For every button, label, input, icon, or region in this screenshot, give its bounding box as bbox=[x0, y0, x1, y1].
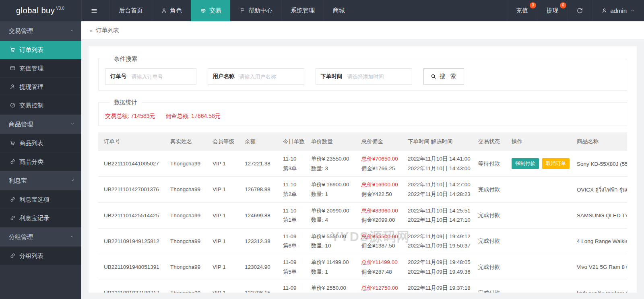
nav-item-4[interactable]: 帮助中心 bbox=[230, 0, 281, 21]
page-title: 订单列表 bbox=[96, 27, 119, 34]
sidebar-item-label: 利息宝选项 bbox=[19, 190, 50, 209]
sidebar-item[interactable]: 分组列表 bbox=[0, 247, 81, 265]
sidebar-group[interactable]: 商品管理 bbox=[0, 115, 81, 134]
stat-item: 交易总额: 714583元 bbox=[105, 113, 155, 119]
cell-vip-level: VIP 1 bbox=[207, 202, 239, 228]
link-icon bbox=[10, 215, 16, 221]
sidebar-item-label: 利息宝记录 bbox=[19, 209, 50, 227]
sidebar-item[interactable]: 利息宝选项 bbox=[0, 190, 81, 209]
cell-total-commission: 总价¥12750.00佣金¥318.75 bbox=[356, 280, 402, 293]
cell-order-no: UB2211101441005027 bbox=[98, 151, 165, 177]
sidebar-group-label: 商品管理 bbox=[9, 121, 33, 128]
field-input[interactable] bbox=[239, 69, 304, 84]
sidebar-item-label: 商品分类 bbox=[19, 153, 43, 171]
stats-line: 交易总额: 714583元佣金总额: 17864.58元 bbox=[105, 113, 620, 120]
user-menu[interactable]: admin bbox=[592, 0, 644, 21]
table-header-cell: 单价数量 bbox=[305, 132, 356, 151]
table-header-cell: 总价佣金 bbox=[356, 132, 402, 151]
search-icon bbox=[430, 73, 437, 80]
recharge-badge: 0 bbox=[530, 2, 536, 8]
sidebar-item[interactable]: 交易控制 bbox=[0, 96, 81, 115]
nav-item-5[interactable]: 系统管理 bbox=[281, 0, 324, 21]
gavel-icon bbox=[10, 84, 16, 90]
cell-vip-level: VIP 1 bbox=[207, 280, 239, 293]
table-header-cell: 真实姓名 bbox=[165, 132, 207, 151]
cell-today-orders: 11-09第5单 bbox=[277, 254, 305, 280]
refresh-button[interactable] bbox=[567, 0, 592, 21]
chevron-down-icon bbox=[70, 121, 75, 126]
card-icon bbox=[10, 65, 16, 71]
cell-actions bbox=[506, 228, 571, 254]
table-row: UB2211101425514425Thongcha99VIP 1124699.… bbox=[98, 202, 627, 228]
sidebar-group[interactable]: 利息宝 bbox=[0, 171, 81, 190]
cell-status: 完成付款 bbox=[473, 228, 506, 254]
sidebar-group[interactable]: 分组管理 bbox=[0, 227, 81, 247]
sidebar-item[interactable]: 充值管理 bbox=[0, 59, 81, 78]
table-row: UB2211091948051391Thongcha99VIP 1123024.… bbox=[98, 254, 627, 280]
sidebar-item[interactable]: 商品列表 bbox=[0, 134, 81, 153]
table-header-row: 订单号真实姓名会员等级余额今日单数单价数量总价佣金下单时间 解冻时间交易状态操作… bbox=[98, 132, 627, 151]
cart-icon bbox=[10, 140, 16, 146]
field-input[interactable] bbox=[347, 69, 412, 84]
cell-actions bbox=[506, 280, 571, 293]
link-icon bbox=[10, 253, 16, 259]
search-button[interactable]: 搜 索 bbox=[423, 68, 464, 85]
nav-item-6[interactable]: 商城 bbox=[324, 0, 354, 21]
field-label: 用户名称 bbox=[208, 73, 239, 80]
nav-item-2[interactable]: 角色 bbox=[152, 0, 191, 21]
refresh-icon bbox=[576, 7, 583, 14]
field-label: 订单号 bbox=[105, 73, 132, 80]
cell-times: 2022年11月10日 14:27:002022年11月10日 14:28:23 bbox=[402, 177, 473, 202]
cell-today-orders: 11-10第3单 bbox=[277, 151, 305, 177]
sidebar-item-label: 分组列表 bbox=[19, 247, 43, 265]
cell-product: 4 Long Range Walkie Ta bbox=[571, 228, 627, 254]
sidebar-item[interactable]: 提现管理 bbox=[0, 78, 81, 96]
cell-balance: 123024.90 bbox=[239, 254, 277, 280]
chevron-down-icon bbox=[70, 177, 75, 183]
cell-times: 2022年11月09日 19:48:052022年11月09日 19:49:36 bbox=[402, 254, 473, 280]
sidebar-group[interactable]: 交易管理 bbox=[0, 21, 81, 41]
cell-times: 2022年11月09日 19:37:182022年11月09日 19:38:45 bbox=[402, 280, 473, 293]
table-header-cell: 今日单数 bbox=[277, 132, 305, 151]
table-header-cell: 订单号 bbox=[98, 132, 165, 151]
cell-vip-level: VIP 1 bbox=[207, 228, 239, 254]
cell-price-qty: 单价¥ 11499.00数量: 1 bbox=[305, 254, 356, 280]
cell-today-orders: 11-10第1单 bbox=[277, 202, 305, 228]
sidebar-group-label: 利息宝 bbox=[9, 177, 27, 184]
nav-item-label: 角色 bbox=[170, 7, 182, 14]
cell-total-commission: 总价¥83960.00佣金¥2099.00 bbox=[356, 202, 402, 228]
sidebar-item[interactable]: 利息宝记录 bbox=[0, 209, 81, 227]
cell-real-name: Thongcha99 bbox=[165, 151, 207, 177]
sidebar-item-label: 充值管理 bbox=[19, 59, 43, 78]
field-label: 下单时间 bbox=[316, 73, 347, 80]
cancel-order-button[interactable]: 取消订单 bbox=[542, 158, 570, 169]
user-icon bbox=[161, 8, 167, 14]
force-pay-button[interactable]: 强制付款 bbox=[512, 158, 539, 169]
cell-real-name: Thongcha99 bbox=[165, 280, 207, 293]
table-header-cell: 操作 bbox=[506, 132, 571, 151]
search-row: 订单号用户名称下单时间 搜 索 bbox=[105, 68, 620, 85]
cell-today-orders: 11-09第6单 bbox=[277, 228, 305, 254]
withdraw-badge: 0 bbox=[560, 2, 566, 8]
sidebar-toggle-button[interactable] bbox=[81, 0, 109, 21]
nav-item-label: 帮助中心 bbox=[248, 7, 272, 14]
cell-total-commission: 总价¥70650.00佣金¥1766.25 bbox=[356, 151, 402, 177]
sidebar-item[interactable]: 商品分类 bbox=[0, 153, 81, 171]
cell-vip-level: VIP 1 bbox=[207, 254, 239, 280]
cell-balance: 126798.88 bbox=[239, 177, 277, 202]
user-name: admin bbox=[610, 7, 627, 14]
search-field-1: 订单号 bbox=[105, 68, 196, 85]
cell-product: Sony KD-55X80J (55 นิ้ว) bbox=[571, 151, 627, 177]
cell-status: 完成付款 bbox=[473, 202, 506, 228]
cell-order-no: UB2211091949125812 bbox=[98, 228, 165, 254]
nav-item-3[interactable]: 交易 bbox=[191, 0, 230, 21]
cell-status: 完成付款 bbox=[473, 177, 506, 202]
cell-order-no: UB2211101425514425 bbox=[98, 202, 165, 228]
withdraw-button[interactable]: 提现 0 bbox=[537, 0, 567, 21]
recharge-button[interactable]: 充值 0 bbox=[507, 0, 537, 21]
sidebar-item[interactable]: 订单列表 bbox=[0, 41, 81, 59]
field-input[interactable] bbox=[132, 69, 196, 84]
stat-item: 佣金总额: 17864.58元 bbox=[166, 113, 221, 119]
nav-item-1[interactable]: 后台首页 bbox=[109, 0, 152, 21]
cell-actions bbox=[506, 177, 571, 202]
